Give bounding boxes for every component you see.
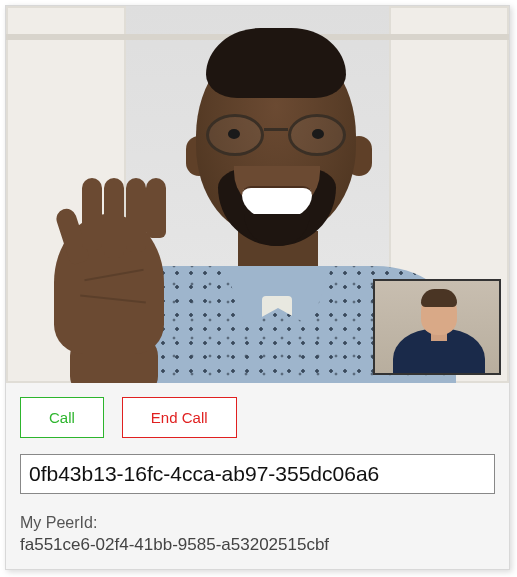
video-area (6, 6, 509, 383)
my-peer-label: My PeerId: (20, 512, 495, 534)
call-panel: Call End Call My PeerId: fa551ce6-02f4-4… (5, 5, 510, 570)
local-video (373, 279, 501, 375)
controls-row: Call End Call (6, 383, 509, 448)
peer-input-wrap (6, 448, 509, 502)
my-peer-info: My PeerId: fa551ce6-02f4-41bb-9585-a5320… (6, 502, 509, 569)
my-peer-id: fa551ce6-02f4-41bb-9585-a53202515cbf (20, 534, 495, 557)
end-call-button[interactable]: End Call (122, 397, 237, 438)
call-button[interactable]: Call (20, 397, 104, 438)
peer-id-input[interactable] (20, 454, 495, 494)
